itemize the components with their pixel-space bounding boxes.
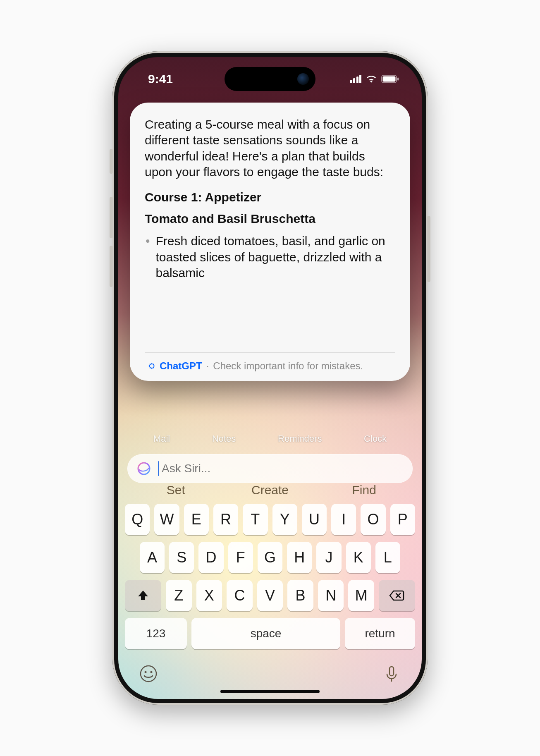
svg-point-5	[141, 666, 156, 682]
disclaimer-text: Check important info for mistakes.	[213, 360, 363, 372]
shift-icon	[136, 589, 150, 602]
key-x[interactable]: X	[196, 580, 222, 611]
key-j[interactable]: J	[316, 542, 341, 573]
svg-point-6	[145, 671, 147, 673]
key-o[interactable]: O	[361, 504, 385, 535]
action-button[interactable]	[110, 149, 113, 174]
key-z[interactable]: Z	[166, 580, 192, 611]
dictation-button[interactable]	[382, 664, 401, 685]
wifi-icon	[366, 74, 377, 84]
key-e[interactable]: E	[184, 504, 209, 535]
key-w[interactable]: W	[154, 504, 179, 535]
key-c[interactable]: C	[227, 580, 253, 611]
bullet-dot-icon: •	[146, 233, 150, 281]
key-s[interactable]: S	[169, 542, 194, 573]
key-t[interactable]: T	[243, 504, 268, 535]
key-d[interactable]: D	[198, 542, 223, 573]
key-row-2: A S D F G H J K L	[122, 542, 418, 573]
key-y[interactable]: Y	[272, 504, 297, 535]
key-m[interactable]: M	[348, 580, 374, 611]
svg-rect-1	[383, 77, 396, 82]
source-label: ChatGPT	[160, 360, 202, 372]
key-i[interactable]: I	[331, 504, 356, 535]
cellular-signal-icon	[350, 75, 362, 83]
backspace-icon	[389, 589, 405, 602]
key-p[interactable]: P	[390, 504, 415, 535]
key-l[interactable]: L	[375, 542, 400, 573]
key-v[interactable]: V	[257, 580, 283, 611]
key-k[interactable]: K	[346, 542, 371, 573]
bullet-text: Fresh diced tomatoes, basil, and garlic …	[156, 233, 395, 281]
app-label-clock: Clock	[364, 433, 387, 444]
keyboard-bottom-row	[122, 656, 418, 685]
suggestion-create[interactable]: Create	[223, 483, 317, 497]
home-indicator[interactable]	[220, 690, 320, 693]
key-row-3: Z X C V B N M	[122, 580, 418, 611]
svg-point-7	[151, 671, 153, 673]
footer-separator: ·	[206, 360, 209, 372]
siri-text-input[interactable]	[162, 462, 404, 475]
key-h[interactable]: H	[287, 542, 312, 573]
course-heading: Course 1: Appetizer	[145, 189, 395, 205]
battery-icon	[381, 74, 399, 84]
response-body: Creating a 5-course meal with a focus on…	[145, 117, 395, 352]
dynamic-island[interactable]	[225, 67, 315, 91]
volume-up-button[interactable]	[110, 197, 113, 238]
key-n[interactable]: N	[318, 580, 344, 611]
svg-rect-2	[397, 78, 399, 81]
key-shift[interactable]	[125, 580, 161, 611]
suggestion-set[interactable]: Set	[129, 483, 223, 497]
key-return[interactable]: return	[345, 618, 415, 649]
suggestion-bar: Set Create Find	[129, 483, 411, 497]
key-row-1: Q W E R T Y U I O P	[122, 504, 418, 535]
response-footer: ChatGPT · Check important info for mista…	[145, 352, 395, 381]
chatgpt-icon	[147, 361, 156, 371]
emoji-button[interactable]	[139, 664, 158, 685]
front-camera	[297, 73, 309, 85]
home-screen-app-labels: Mail Notes Reminders Clock	[118, 433, 422, 444]
key-f[interactable]: F	[228, 542, 253, 573]
key-g[interactable]: G	[258, 542, 282, 573]
key-q[interactable]: Q	[125, 504, 150, 535]
phone-frame: 9:41 Creating a 5-course meal with a foc…	[112, 51, 428, 705]
key-a[interactable]: A	[140, 542, 165, 573]
bullet-item: • Fresh diced tomatoes, basil, and garli…	[145, 233, 395, 281]
svg-rect-8	[389, 667, 394, 676]
screen: 9:41 Creating a 5-course meal with a foc…	[118, 57, 422, 699]
key-row-4: 123 space return	[122, 618, 418, 649]
key-b[interactable]: B	[287, 580, 313, 611]
key-space[interactable]: space	[191, 618, 340, 649]
key-r[interactable]: R	[213, 504, 238, 535]
volume-down-button[interactable]	[110, 246, 113, 287]
siri-response-card[interactable]: Creating a 5-course meal with a focus on…	[130, 103, 410, 381]
status-time: 9:41	[148, 72, 173, 86]
app-label-mail: Mail	[153, 433, 170, 444]
key-backspace[interactable]	[379, 580, 415, 611]
emoji-icon	[139, 664, 158, 683]
keyboard: Set Create Find Q W E R T Y U I O P A S	[118, 474, 422, 699]
response-intro: Creating a 5-course meal with a focus on…	[145, 117, 395, 180]
source-chatgpt[interactable]: ChatGPT	[147, 360, 202, 372]
power-button[interactable]	[427, 216, 430, 282]
suggestion-find[interactable]: Find	[317, 483, 411, 497]
dish-heading: Tomato and Basil Bruschetta	[145, 211, 395, 227]
key-numbers[interactable]: 123	[125, 618, 187, 649]
app-label-reminders: Reminders	[278, 433, 322, 444]
key-u[interactable]: U	[302, 504, 327, 535]
app-label-notes: Notes	[212, 433, 236, 444]
microphone-icon	[382, 664, 401, 683]
